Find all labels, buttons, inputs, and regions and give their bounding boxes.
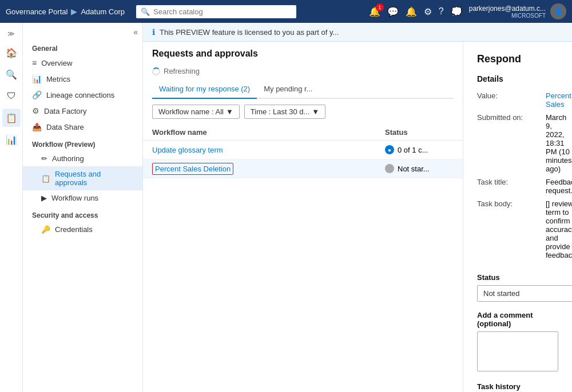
requests-area: Requests and approvals Refreshing Waitin…	[143, 42, 572, 392]
user-name: parkerjones@adatum.c...	[469, 5, 546, 13]
row-name-2: Percent Sales Deletion	[152, 165, 385, 173]
sidebar-item-requests-label: Requests and approvals	[55, 170, 133, 187]
authoring-icon: ✏	[41, 154, 47, 163]
row-name-1: Update glossary term	[152, 146, 385, 154]
detail-task-body-row: Task body: [] review term to confirm acc…	[477, 197, 558, 262]
row-link-2[interactable]: Percent Sales Deletion	[152, 163, 233, 175]
org-label: Adatum Corp	[81, 7, 125, 16]
brand-separator: ▶	[71, 7, 77, 16]
rail-insights-icon[interactable]: 📊	[2, 130, 21, 149]
collapse-button[interactable]: «	[133, 27, 138, 37]
bell-icon[interactable]: 🔔	[406, 6, 417, 17]
table-header: Workflow name Status	[143, 125, 463, 141]
credentials-icon: 🔑	[41, 225, 50, 234]
topbar-icons: 🔔 1 💬 🔔 ⚙ ? 💭 parkerjones@adatum.c... MI…	[369, 3, 566, 19]
sidebar-item-data-share-label: Data Share	[46, 123, 84, 131]
requests-header: Requests and approvals Refreshing Waitin…	[143, 42, 463, 99]
detail-value-0[interactable]: Percent Sales	[546, 91, 571, 109]
requests-title: Requests and approvals	[152, 49, 454, 59]
chat-icon[interactable]: 💬	[387, 6, 399, 17]
sidebar-item-authoring[interactable]: ✏ Authoring	[23, 151, 142, 166]
comment-textarea[interactable]	[477, 331, 558, 371]
notification-icon[interactable]: 🔔 1	[369, 6, 380, 17]
workflow-name-filter-label: Workflow name : All	[158, 107, 224, 116]
sidebar-item-metrics-label: Metrics	[46, 75, 70, 83]
user-company: MICROSOFT	[511, 13, 546, 19]
sidebar-item-requests[interactable]: 📋 Requests and approvals	[23, 166, 142, 190]
detail-submitted-row: Submitted on: March 9, 2022, 18:31 PM (1…	[477, 111, 558, 175]
col-workflow-name: Workflow name	[152, 128, 385, 137]
comment-section-label: Add a comment (optional)	[477, 311, 558, 328]
time-arrow-icon: ▼	[312, 107, 319, 116]
row-status-1: ● 0 of 1 c...	[385, 145, 454, 154]
sidebar-collapse: «	[23, 27, 142, 41]
table-row[interactable]: Percent Sales Deletion Not star...	[143, 159, 463, 178]
row-status-2: Not star...	[385, 164, 454, 173]
search-box[interactable]: 🔍	[136, 5, 296, 18]
workflow-runs-icon: ▶	[41, 194, 47, 202]
sidebar-item-overview[interactable]: ≡ Overview	[23, 55, 142, 71]
expand-icon[interactable]: ≫	[5, 27, 17, 40]
help-icon[interactable]: ?	[439, 6, 444, 17]
sidebar-item-credentials[interactable]: 🔑 Credentials	[23, 222, 142, 237]
status-section-label: Status	[477, 273, 558, 282]
notification-badge: 1	[376, 3, 384, 11]
sidebar-item-overview-label: Overview	[41, 59, 72, 67]
respond-panel: Respond Details Value: Percent Sales Sub…	[463, 42, 572, 392]
spinner-icon	[152, 67, 160, 75]
security-section-label: Security and access	[23, 206, 142, 222]
time-filter[interactable]: Time : Last 30 d... ▼	[244, 105, 325, 119]
tab-waiting[interactable]: Waiting for my response (2)	[152, 80, 257, 99]
sidebar: « General ≡ Overview 📊 Metrics 🔗 Lineage…	[23, 23, 143, 392]
search-input[interactable]	[153, 7, 292, 16]
status-section: Status Not started ▼	[477, 273, 558, 302]
sidebar-item-credentials-label: Credentials	[55, 225, 93, 234]
rail-workflow-icon[interactable]: 📋	[2, 109, 21, 127]
status-indicator-1: ●	[385, 145, 394, 154]
detail-label-3: Task body:	[477, 199, 546, 259]
search-icon: 🔍	[141, 7, 150, 16]
brand: Governance Portal ▶ Adatum Corp	[6, 7, 125, 16]
overview-icon: ≡	[32, 58, 37, 67]
detail-label-1: Submitted on:	[477, 113, 546, 173]
settings-icon[interactable]: ⚙	[424, 6, 432, 17]
sidebar-item-workflow-runs[interactable]: ▶ Workflow runs	[23, 190, 142, 206]
main-layout: ≫ 🏠 🔍 🛡 📋 📊 « General ≡ Overview 📊 Metri…	[0, 23, 572, 392]
lineage-icon: 🔗	[32, 90, 42, 99]
sidebar-item-lineage[interactable]: 🔗 Lineage connections	[23, 87, 142, 103]
sidebar-item-workflow-runs-label: Workflow runs	[51, 194, 98, 202]
rail-home-icon[interactable]: 🏠	[2, 43, 21, 62]
detail-value-3: [] review term to confirm accuracy and p…	[546, 199, 572, 259]
data-share-icon: 📤	[32, 122, 42, 131]
col-status: Status	[385, 128, 454, 137]
rail-policy-icon[interactable]: 🛡	[2, 87, 21, 105]
detail-value-2: Feedback request.	[546, 178, 572, 195]
table-row[interactable]: Update glossary term ● 0 of 1 c...	[143, 141, 463, 159]
status-dropdown[interactable]: Not started ▼	[477, 285, 572, 302]
rail-catalog-icon[interactable]: 🔍	[2, 65, 21, 83]
sidebar-item-metrics[interactable]: 📊 Metrics	[23, 71, 142, 87]
sidebar-item-data-factory[interactable]: ⚙ Data Factory	[23, 103, 142, 119]
refresh-row: Refreshing	[152, 65, 454, 80]
task-history-section: Task history Not started	[477, 382, 558, 392]
user-info: parkerjones@adatum.c... MICROSOFT 👤	[469, 3, 566, 19]
sidebar-item-lineage-label: Lineage connections	[46, 91, 114, 99]
sidebar-item-data-factory-label: Data Factory	[44, 107, 86, 115]
avatar[interactable]: 👤	[550, 3, 566, 19]
status-label-1: 0 of 1 c...	[398, 146, 428, 154]
workflow-section-label: Workflow (Preview)	[23, 135, 142, 151]
filter-arrow-icon: ▼	[226, 107, 233, 116]
workflow-name-filter[interactable]: Workflow name : All ▼	[152, 105, 240, 119]
general-section-label: General	[23, 41, 142, 55]
tab-pending[interactable]: My pending r...	[257, 80, 319, 99]
feedback-icon[interactable]: 💭	[451, 6, 462, 17]
task-history-label: Task history	[477, 382, 558, 391]
detail-label-0: Value:	[477, 91, 546, 109]
sidebar-item-data-share[interactable]: 📤 Data Share	[23, 119, 142, 135]
status-label-2: Not star...	[398, 165, 430, 173]
requests-panel: Requests and approvals Refreshing Waitin…	[143, 42, 463, 392]
detail-value-row: Value: Percent Sales	[477, 89, 558, 111]
status-dropdown-value: Not started	[483, 289, 520, 298]
row-link-1[interactable]: Update glossary term	[152, 146, 223, 154]
requests-tabs: Waiting for my response (2) My pending r…	[152, 80, 454, 99]
